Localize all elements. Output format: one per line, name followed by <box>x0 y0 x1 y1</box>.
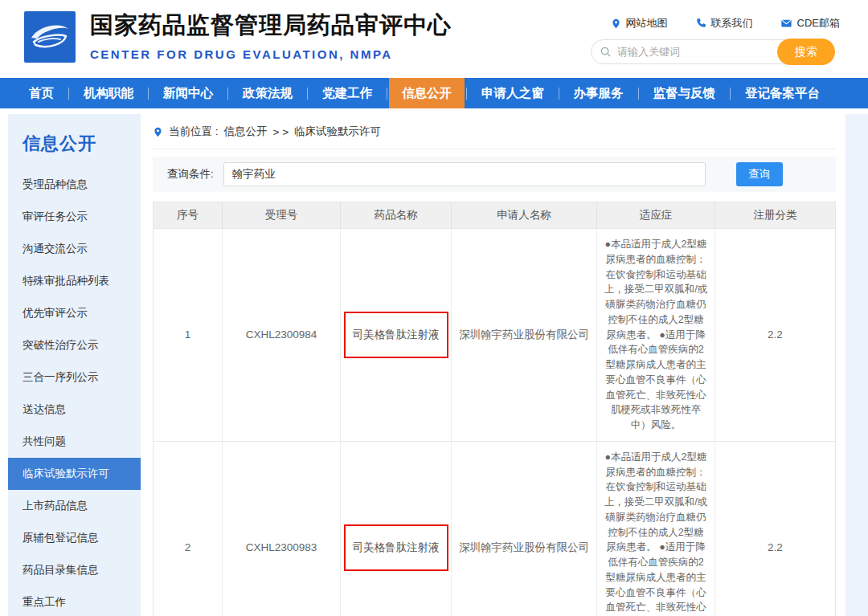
nav-separator <box>638 88 639 100</box>
sidebar-title: 信息公开 <box>8 114 141 169</box>
row-drug-name-cell: 司美格鲁肽注射液 <box>341 442 452 616</box>
location-pin-icon <box>153 126 163 138</box>
nav-separator <box>730 88 731 100</box>
nav-item-9[interactable]: 登记备案平台 <box>732 78 833 108</box>
results-table: 序号受理号药品名称申请人名称适应症注册分类 1CXHL2300984司美格鲁肽注… <box>153 202 836 616</box>
sidebar-items: 受理品种信息审评任务公示沟通交流公示特殊审批品种列表优先审评公示突破性治疗公示三… <box>8 169 141 616</box>
column-header-4: 适应症 <box>597 202 715 228</box>
sidebar-item-12[interactable]: 药品目录集信息 <box>8 554 141 586</box>
column-header-3: 申请人名称 <box>452 202 597 228</box>
nav-separator <box>387 88 387 100</box>
row-seq-cell: 1 <box>154 229 223 441</box>
sidebar-item-11[interactable]: 原辅包登记信息 <box>8 522 141 554</box>
row-registration-class-cell: 2.2 <box>715 229 835 441</box>
column-header-2: 药品名称 <box>341 202 452 228</box>
site-title: 国家药品监督管理局药品审评中心 <box>90 10 452 42</box>
breadcrumb: 当前位置 : 信息公开 > > 临床试验默示许可 <box>153 120 836 143</box>
map-pin-icon <box>611 18 621 30</box>
column-header-1: 受理号 <box>223 202 341 228</box>
main-content: 当前位置 : 信息公开 > > 临床试验默示许可 查询条件: 查询 序号受理号药… <box>153 114 836 616</box>
query-condition-label: 查询条件: <box>167 167 214 182</box>
row-acceptance-no-cell: CXHL2300983 <box>223 442 341 616</box>
breadcrumb-location-label: 当前位置 : <box>169 124 219 139</box>
nav-separator <box>148 88 149 100</box>
row-applicant-cell: 深圳翰宇药业股份有限公司 <box>452 442 597 616</box>
row-acceptance-no-cell: CXHL2300984 <box>223 229 341 441</box>
column-header-5: 注册分类 <box>715 202 835 228</box>
mail-icon <box>780 18 792 29</box>
quick-link-label: CDE邮箱 <box>797 16 840 31</box>
nav-item-5[interactable]: 信息公开 <box>389 78 465 108</box>
site-search: 搜索 <box>591 39 832 64</box>
quick-link-label: 联系我们 <box>711 16 753 31</box>
right-margin-strip <box>845 114 868 616</box>
nav-separator <box>559 88 559 100</box>
breadcrumb-separator: > > <box>273 126 289 138</box>
sidebar-item-10[interactable]: 上市药品信息 <box>8 490 141 522</box>
sidebar-item-9[interactable]: 临床试验默示许可 <box>8 458 141 490</box>
row-indication-cell: ●本品适用于成人2型糖尿病患者的血糖控制： 在饮食控制和运动基础上，接受二甲双胍… <box>597 229 715 441</box>
breadcrumb-section[interactable]: 信息公开 <box>224 124 268 139</box>
row-seq-cell: 2 <box>154 442 223 616</box>
row-drug-name-cell: 司美格鲁肽注射液 <box>341 229 452 441</box>
page: 国家药品监督管理局药品审评中心 CENTER FOR DRUG EVALUATI… <box>0 0 868 616</box>
sidebar-item-0[interactable]: 受理品种信息 <box>8 169 141 201</box>
title-block: 国家药品监督管理局药品审评中心 CENTER FOR DRUG EVALUATI… <box>90 10 452 61</box>
phone-icon <box>695 18 706 29</box>
nav-separator <box>307 88 308 100</box>
quick-links: 网站地图联系我们CDE邮箱 <box>611 16 840 31</box>
quick-link-1[interactable]: 联系我们 <box>695 16 753 31</box>
nav-separator <box>227 88 228 100</box>
nav-item-0[interactable]: 首页 <box>16 78 67 108</box>
nav-item-7[interactable]: 办事服务 <box>561 78 637 108</box>
cde-logo-icon <box>24 11 76 63</box>
nav-item-3[interactable]: 政策法规 <box>230 78 305 108</box>
quick-link-2[interactable]: CDE邮箱 <box>780 16 840 31</box>
nav-item-6[interactable]: 申请人之窗 <box>469 78 557 108</box>
query-condition-input[interactable] <box>223 162 706 186</box>
breadcrumb-current[interactable]: 临床试验默示许可 <box>294 124 381 139</box>
nav-item-4[interactable]: 党建工作 <box>309 78 385 108</box>
sidebar-item-1[interactable]: 审评任务公示 <box>8 201 141 233</box>
sidebar-item-8[interactable]: 共性问题 <box>8 426 141 458</box>
nav-item-8[interactable]: 监督与反馈 <box>641 78 729 108</box>
quick-link-label: 网站地图 <box>626 16 668 31</box>
search-icon <box>600 46 612 61</box>
nav-separator <box>68 88 69 100</box>
sidebar-item-7[interactable]: 送达信息 <box>8 394 141 426</box>
search-button[interactable]: 搜索 <box>777 39 835 65</box>
drug-name-highlighted: 司美格鲁肽注射液 <box>344 524 448 571</box>
row-registration-class-cell: 2.2 <box>715 442 835 616</box>
sidebar-item-6[interactable]: 三合一序列公示 <box>8 361 141 394</box>
results-table-header: 序号受理号药品名称申请人名称适应症注册分类 <box>154 202 835 228</box>
sidebar-item-2[interactable]: 沟通交流公示 <box>8 233 141 265</box>
sidebar: 信息公开 受理品种信息审评任务公示沟通交流公示特殊审批品种列表优先审评公示突破性… <box>8 114 141 616</box>
row-indication-cell: ●本品适用于成人2型糖尿病患者的血糖控制： 在饮食控制和运动基础上，接受二甲双胍… <box>597 442 715 616</box>
main-nav: 首页机构职能新闻中心政策法规党建工作信息公开申请人之窗办事服务监督与反馈登记备案… <box>0 78 868 108</box>
quick-link-0[interactable]: 网站地图 <box>611 16 668 31</box>
results-table-body: 1CXHL2300984司美格鲁肽注射液深圳翰宇药业股份有限公司●本品适用于成人… <box>154 228 835 616</box>
sidebar-item-3[interactable]: 特殊审批品种列表 <box>8 265 141 297</box>
sidebar-item-4[interactable]: 优先审评公示 <box>8 297 141 329</box>
nav-separator <box>466 88 467 100</box>
query-button[interactable]: 查询 <box>736 162 783 186</box>
site-header: 国家药品监督管理局药品审评中心 CENTER FOR DRUG EVALUATI… <box>0 0 868 78</box>
site-subtitle: CENTER FOR DRUG EVALUATION, NMPA <box>90 47 452 61</box>
breadcrumb-divider <box>153 149 836 149</box>
table-row: 2CXHL2300983司美格鲁肽注射液深圳翰宇药业股份有限公司●本品适用于成人… <box>154 441 835 616</box>
sidebar-item-13[interactable]: 重点工作 <box>8 586 141 616</box>
column-header-0: 序号 <box>154 202 223 228</box>
table-row: 1CXHL2300984司美格鲁肽注射液深圳翰宇药业股份有限公司●本品适用于成人… <box>154 228 835 441</box>
drug-name-highlighted: 司美格鲁肽注射液 <box>344 312 448 358</box>
sidebar-item-5[interactable]: 突破性治疗公示 <box>8 329 141 361</box>
query-bar: 查询条件: 查询 <box>153 157 836 192</box>
nav-item-1[interactable]: 机构职能 <box>71 78 146 108</box>
row-applicant-cell: 深圳翰宇药业股份有限公司 <box>452 229 597 441</box>
nav-item-2[interactable]: 新闻中心 <box>150 78 226 108</box>
